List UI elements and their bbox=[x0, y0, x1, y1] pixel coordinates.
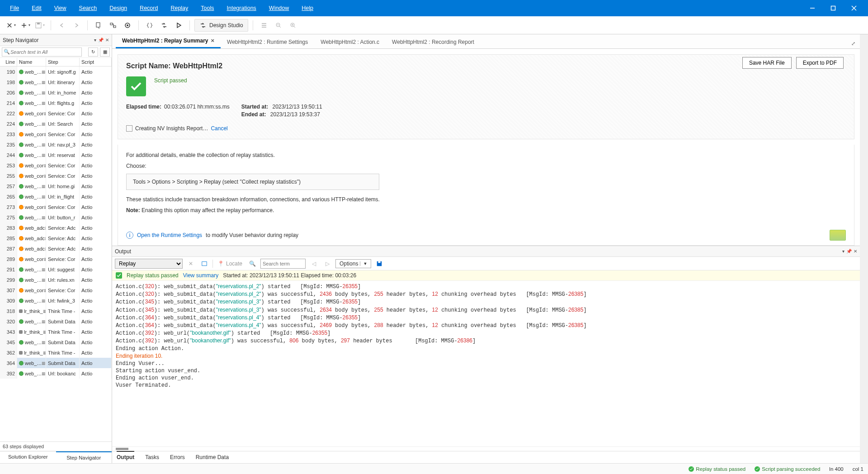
correlate-button[interactable] bbox=[107, 19, 119, 32]
output-tab-tasks[interactable]: Tasks bbox=[145, 454, 159, 460]
view-summary-link[interactable]: View summary bbox=[183, 272, 218, 279]
tab-replay-summary[interactable]: WebHttpHtml2 : Replay Summary× bbox=[116, 34, 221, 48]
table-row[interactable]: 283web_adc▦Service: AdcActio bbox=[0, 223, 112, 233]
tab-action-c[interactable]: WebHttpHtml2 : Action.c bbox=[314, 36, 386, 48]
window-close-button[interactable] bbox=[844, 0, 864, 16]
wrap-button[interactable] bbox=[199, 259, 210, 269]
table-row[interactable]: 343lr_think_▦Think Time -Actio bbox=[0, 327, 112, 337]
table-row[interactable]: 235web_…▦Url: nav.pl_3Actio bbox=[0, 139, 112, 150]
menu-help[interactable]: Help bbox=[295, 5, 320, 11]
compare-button[interactable] bbox=[158, 19, 170, 32]
import-button[interactable] bbox=[92, 19, 105, 32]
table-row[interactable]: 255web_cor▦Service: CorActio bbox=[0, 171, 112, 181]
table-row[interactable]: 257web_…▦Url: home.giActio bbox=[0, 181, 112, 191]
table-row[interactable]: 253web_cor▦Service: CorActio bbox=[0, 160, 112, 171]
prev-button[interactable]: ◁ bbox=[308, 259, 319, 269]
zoom-in-button[interactable] bbox=[287, 19, 299, 32]
output-tab-errors[interactable]: Errors bbox=[170, 454, 185, 460]
table-row[interactable]: 233web_cor▦Service: CorActio bbox=[0, 129, 112, 139]
window-maximize-button[interactable] bbox=[823, 0, 844, 16]
table-row[interactable]: 364web_…▦Submit DataActio bbox=[0, 358, 112, 368]
vertical-scrollbar[interactable] bbox=[860, 34, 868, 463]
save-button[interactable]: ▾ bbox=[33, 19, 46, 32]
table-row[interactable]: 214web_…▦Url: flights.gActio bbox=[0, 98, 112, 108]
undo-button[interactable] bbox=[56, 19, 68, 32]
filter-button[interactable]: ▦ bbox=[100, 47, 110, 57]
step-search-input[interactable] bbox=[2, 47, 82, 57]
table-row[interactable]: 273web_cor▦Service: CorActio bbox=[0, 202, 112, 212]
output-filter-select[interactable]: Replay bbox=[115, 259, 183, 269]
add-button[interactable]: ▾ bbox=[19, 19, 32, 32]
menu-integrations[interactable]: Integrations bbox=[221, 5, 263, 11]
menu-search[interactable]: Search bbox=[73, 5, 104, 11]
table-row[interactable]: 309web_…▦Url: fwlink_3Actio bbox=[0, 295, 112, 306]
table-row[interactable]: 392web_…▦Url: bookancActio bbox=[0, 368, 112, 379]
table-row[interactable]: 275web_…▦Url: button_rActio bbox=[0, 212, 112, 223]
next-button[interactable]: ▷ bbox=[322, 259, 333, 269]
export-pdf-button[interactable]: Export to PDF bbox=[796, 57, 844, 69]
window-minimize-button[interactable] bbox=[802, 0, 823, 16]
folder-icon[interactable] bbox=[830, 230, 846, 241]
panel-dropdown-icon[interactable]: ▾ bbox=[94, 38, 96, 43]
table-row[interactable]: 244web_…▦Url: reservatActio bbox=[0, 150, 112, 160]
menu-tools[interactable]: Tools bbox=[194, 5, 220, 11]
new-button[interactable]: ▾ bbox=[5, 19, 17, 32]
table-row[interactable]: 287web_adc▦Service: AdcActio bbox=[0, 243, 112, 254]
list-button[interactable] bbox=[258, 19, 270, 32]
nv-checkbox[interactable] bbox=[126, 125, 132, 132]
step-grid[interactable]: 190web_…▦Url: signoff.gActio198web_…▦Url… bbox=[0, 66, 112, 441]
table-row[interactable]: 285web_adc▦Service: AdcActio bbox=[0, 233, 112, 243]
open-runtime-settings-link[interactable]: Open the Runtime Settings bbox=[137, 232, 202, 238]
save-log-button[interactable] bbox=[374, 259, 385, 269]
zoom-out-button[interactable] bbox=[272, 19, 285, 32]
menu-design[interactable]: Design bbox=[103, 5, 133, 11]
refresh-button[interactable]: ↻ bbox=[88, 47, 98, 57]
panel-close-icon[interactable]: ✕ bbox=[105, 38, 109, 43]
menu-replay[interactable]: Replay bbox=[164, 5, 194, 11]
output-tab-output[interactable]: Output bbox=[117, 451, 134, 460]
output-dropdown-icon[interactable]: ▾ bbox=[842, 249, 844, 254]
tab-runtime-settings[interactable]: WebHttpHtml2 : Runtime Settings bbox=[221, 36, 314, 48]
table-row[interactable]: 265web_…▦Url: in_flightActio bbox=[0, 191, 112, 202]
table-row[interactable]: 345web_…▦Submit DataActio bbox=[0, 337, 112, 347]
panel-pin-icon[interactable]: 📌 bbox=[98, 38, 104, 43]
table-row[interactable]: 206web_…▦Url: in_homeActio bbox=[0, 87, 112, 98]
output-pin-icon[interactable]: 📌 bbox=[846, 249, 852, 254]
table-row[interactable]: 320web_…▦Submit DataActio bbox=[0, 316, 112, 327]
tab-solution-explorer[interactable]: Solution Explorer bbox=[0, 451, 56, 463]
options-button[interactable]: Options▼ bbox=[335, 259, 371, 268]
table-row[interactable]: 362lr_think_▦Think Time -Actio bbox=[0, 347, 112, 358]
table-row[interactable]: 318lr_think_▦Think Time -Actio bbox=[0, 306, 112, 316]
output-search-input[interactable] bbox=[260, 259, 306, 269]
menu-file[interactable]: File bbox=[4, 5, 25, 11]
expand-tabs-icon[interactable]: ⤢ bbox=[847, 39, 860, 48]
output-tab-runtime[interactable]: Runtime Data bbox=[196, 454, 229, 460]
menu-view[interactable]: View bbox=[48, 5, 73, 11]
menu-record[interactable]: Record bbox=[133, 5, 164, 11]
design-studio-button[interactable]: Design Studio bbox=[194, 19, 248, 32]
clear-button[interactable]: ✕ bbox=[185, 259, 196, 269]
table-row[interactable]: 289web_cor▦Service: CorActio bbox=[0, 254, 112, 264]
save-har-button[interactable]: Save HAR File bbox=[742, 57, 792, 69]
output-close-icon[interactable]: ✕ bbox=[854, 249, 857, 254]
output-log[interactable]: Action.c(320): web_submit_data("reservat… bbox=[112, 281, 860, 446]
menu-window[interactable]: Window bbox=[263, 5, 295, 11]
close-icon[interactable]: × bbox=[211, 37, 214, 44]
table-row[interactable]: 291web_…▦Url: suggestActio bbox=[0, 264, 112, 275]
table-row[interactable]: 198web_…▦Url: itineraryActio bbox=[0, 77, 112, 87]
search-button[interactable]: 🔍 bbox=[247, 259, 258, 269]
table-row[interactable]: 224web_…▦Url: SearchActio bbox=[0, 118, 112, 129]
table-row[interactable]: 299web_…▦Url: rules.xnActio bbox=[0, 275, 112, 285]
redo-button[interactable] bbox=[70, 19, 83, 32]
table-row[interactable]: 222web_cor▦Service: CorActio bbox=[0, 108, 112, 118]
braces-button[interactable] bbox=[143, 19, 156, 32]
locate-button[interactable]: 📍Locate bbox=[216, 259, 244, 269]
table-row[interactable]: 307web_cor▦Service: CorActio bbox=[0, 285, 112, 295]
play-button[interactable] bbox=[172, 19, 185, 32]
menu-edit[interactable]: Edit bbox=[25, 5, 48, 11]
record-button[interactable] bbox=[121, 19, 134, 32]
tab-recording-report[interactable]: WebHttpHtml2 : Recording Report bbox=[386, 36, 481, 48]
tab-step-navigator[interactable]: Step Navigator bbox=[56, 451, 112, 463]
table-row[interactable]: 190web_…▦Url: signoff.gActio bbox=[0, 66, 112, 77]
cancel-link[interactable]: Cancel bbox=[211, 125, 227, 132]
